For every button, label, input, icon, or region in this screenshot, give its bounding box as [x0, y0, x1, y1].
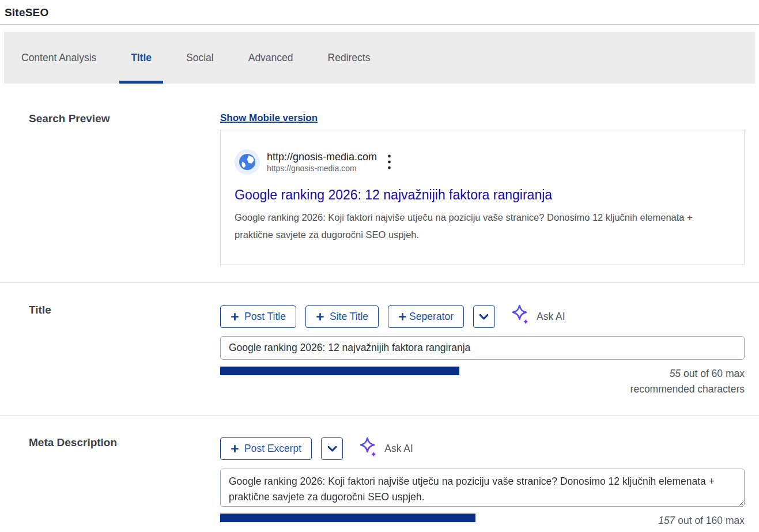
serp-site-name: http://gnosis-media.com — [267, 150, 377, 164]
page-title: SiteSEO — [0, 0, 759, 24]
serp-result-title[interactable]: Google ranking 2026: 12 najvažnijih fakt… — [235, 187, 552, 204]
chevron-down-icon — [478, 311, 489, 322]
serp-result-description: Google ranking 2026: Koji faktori najviš… — [235, 209, 730, 243]
tab-title[interactable]: Title — [114, 32, 169, 84]
meta-char-counter: 157 out of 160 max recommended character… — [619, 513, 745, 532]
serp-site-url: https://gnosis-media.com — [267, 163, 377, 173]
tab-bar: Content Analysis Title Social Advanced R… — [4, 32, 755, 84]
plus-icon — [231, 444, 239, 453]
title-more-tags-button[interactable] — [473, 305, 495, 328]
post-title-button[interactable]: Post Title — [220, 305, 296, 328]
kebab-menu-icon[interactable] — [387, 154, 391, 173]
meta-description-section: Meta Description Post Excerpt — [0, 416, 759, 532]
show-mobile-version-link[interactable]: Show Mobile version — [220, 112, 318, 124]
plus-icon — [231, 312, 239, 321]
search-preview-section: Search Preview Show Mobile version http:… — [0, 84, 759, 282]
meta-ask-ai-button[interactable]: Ask AI — [358, 436, 413, 462]
serp-preview-card: http://gnosis-media.com https://gnosis-m… — [220, 130, 745, 265]
meta-description-textarea[interactable]: Google ranking 2026: Koji faktori najviš… — [220, 469, 745, 507]
tab-redirects[interactable]: Redirects — [311, 32, 388, 84]
title-progress-bar — [220, 366, 619, 375]
search-preview-label: Search Preview — [29, 112, 220, 125]
tab-advanced[interactable]: Advanced — [231, 32, 311, 84]
meta-more-tags-button[interactable] — [321, 437, 343, 460]
tab-social[interactable]: Social — [169, 32, 231, 84]
meta-description-label: Meta Description — [29, 436, 220, 449]
header-divider — [0, 24, 759, 25]
ai-sparkle-icon — [358, 436, 379, 462]
plus-icon — [398, 312, 407, 321]
title-ask-ai-button[interactable]: Ask AI — [510, 304, 565, 329]
title-char-counter: 55 out of 60 max recommended characters — [619, 366, 745, 397]
ai-sparkle-icon — [510, 304, 531, 329]
plus-icon — [316, 312, 324, 321]
title-section: Title Post Title Site Title Seperator — [0, 283, 759, 414]
tab-content-analysis[interactable]: Content Analysis — [4, 32, 114, 84]
title-section-label: Title — [29, 304, 220, 316]
site-title-button[interactable]: Site Title — [305, 305, 379, 328]
meta-progress-bar — [220, 513, 619, 522]
meta-title-input[interactable] — [220, 336, 745, 360]
post-excerpt-button[interactable]: Post Excerpt — [220, 437, 312, 460]
chevron-down-icon — [327, 443, 338, 454]
separator-button[interactable]: Seperator — [388, 305, 464, 328]
globe-icon — [235, 149, 260, 175]
